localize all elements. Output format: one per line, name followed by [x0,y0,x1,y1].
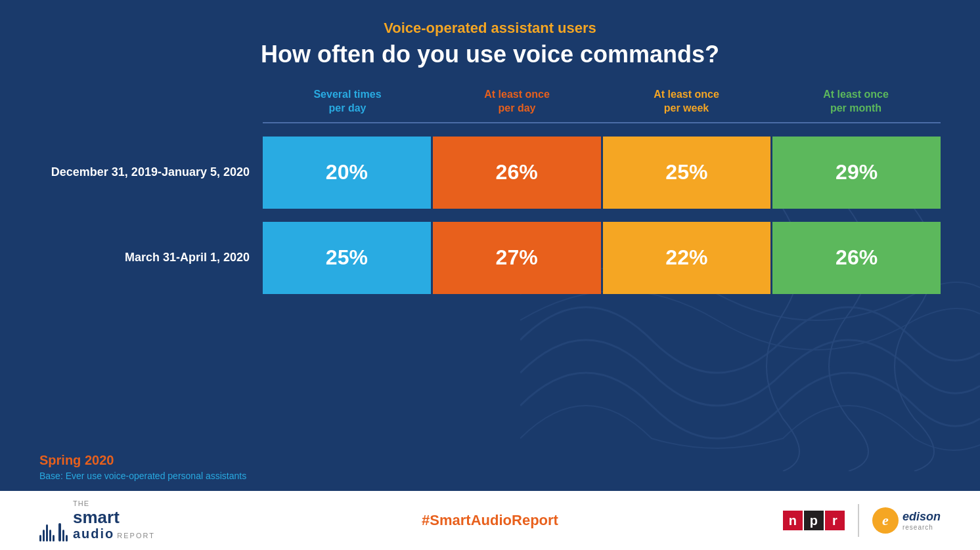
footer-center: #SmartAudioReport [340,512,640,529]
cell-jan2020-several-per-day: 20% [263,137,431,209]
base-text: Base: Ever use voice-operated personal a… [39,471,941,481]
cell-apr2020-several-per-day: 25% [263,222,431,294]
edison-name: edison [902,510,941,524]
cell-jan2020-once-per-week: 25% [603,137,771,209]
footer: THE smart audio REPORT #SmartAudioReport… [0,491,980,550]
chart-area: Several timesper day At least onceper da… [39,88,941,484]
column-headers: Several timesper day At least onceper da… [263,88,941,116]
logo-report: REPORT [117,532,155,540]
cell-jan2020-once-per-day: 26% [433,137,601,209]
row-label-apr2020: March 31-April 1, 2020 [39,251,263,264]
edison-text: edison research [902,510,941,531]
table-row: December 31, 2019-January 5, 2020 20% 26… [39,137,941,209]
col-header-once-per-day: At least onceper day [432,88,602,116]
title-section: Voice-operated assistant users How often… [39,20,941,68]
row-label-jan2020: December 31, 2019-January 5, 2020 [39,165,263,179]
content-area: Voice-operated assistant users How often… [0,0,980,491]
chart-subtitle: Voice-operated assistant users [39,20,941,37]
edison-icon: e [872,507,899,534]
cell-apr2020-once-per-week: 22% [603,222,771,294]
cell-apr2020-once-per-month: 26% [772,222,941,294]
col-header-once-per-week: At least onceper week [602,88,771,116]
logo-audio: audio [73,526,114,541]
cell-apr2020-once-per-day: 27% [433,222,601,294]
col-header-once-per-month: At least onceper month [771,88,941,116]
main-container: Voice-operated assistant users How often… [0,0,980,550]
edison-sub: research [902,524,941,531]
data-rows: December 31, 2019-January 5, 2020 20% 26… [39,137,941,443]
waveform-icon [39,522,68,541]
footer-divider [858,504,859,537]
smart-audio-logo: THE smart audio REPORT [39,499,155,541]
npr-n-letter: n [783,511,803,530]
edison-logo: e edison research [872,507,941,534]
npr-r-letter: r [825,511,845,530]
footer-right: n p r e edison research [640,504,941,537]
footer-left: THE smart audio REPORT [39,499,340,541]
hashtag-label: #SmartAudioReport [340,512,640,529]
npr-logo: n p r [783,511,845,530]
logo-smart: smart [73,509,155,526]
annotation: Spring 2020 Base: Ever use voice-operate… [39,453,941,484]
table-row: March 31-April 1, 2020 25% 27% 22% 26% [39,222,941,294]
col-header-several-per-day: Several timesper day [263,88,432,116]
row-cells-jan2020: 20% 26% 25% 29% [263,137,941,209]
chart-title: How often do you use voice commands? [39,41,941,68]
row-cells-apr2020: 25% 27% 22% 26% [263,222,941,294]
header-divider [263,122,941,123]
npr-p-letter: p [804,511,824,530]
spring-label: Spring 2020 [39,453,941,468]
cell-jan2020-once-per-month: 29% [772,137,941,209]
smart-audio-text: THE smart audio REPORT [73,499,155,541]
